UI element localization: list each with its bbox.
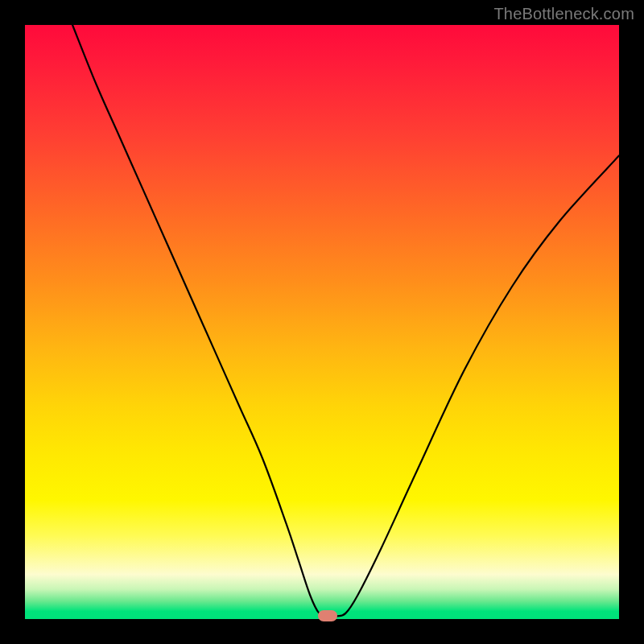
- optimum-marker: [318, 610, 337, 621]
- plot-area: [25, 25, 619, 619]
- chart-frame: TheBottleneck.com: [0, 0, 644, 644]
- watermark-text: TheBottleneck.com: [493, 5, 634, 23]
- bottleneck-curve: [25, 25, 619, 619]
